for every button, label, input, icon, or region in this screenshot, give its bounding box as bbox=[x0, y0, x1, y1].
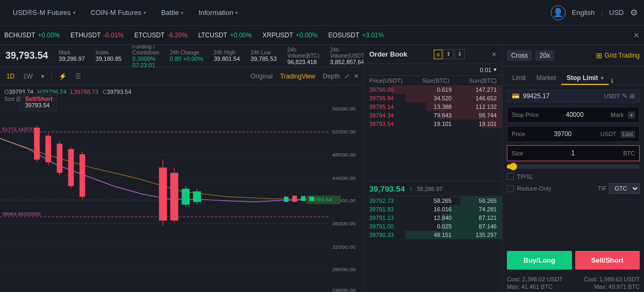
svg-rect-44 bbox=[292, 195, 297, 202]
close-chart-icon[interactable]: ✕ bbox=[354, 73, 359, 80]
ob-close-button[interactable]: ✕ bbox=[491, 51, 497, 58]
orderbook-panel: Order Book ≡ ⬆ ⬇ ✕ 0.01 ▾ Price(USDT) Si… bbox=[364, 45, 503, 292]
cross-button[interactable]: Cross bbox=[507, 50, 532, 61]
mark-dropdown[interactable]: ▾ bbox=[628, 112, 635, 119]
wallet-calc-icon[interactable]: ⊞ bbox=[630, 92, 635, 100]
timeframe-1w[interactable]: 1W bbox=[21, 72, 35, 81]
ob-ask-row[interactable]: 39795.94 34.520 146.652 bbox=[364, 94, 502, 102]
currency-selector[interactable]: USD bbox=[609, 9, 624, 17]
ticker-ltcusdt[interactable]: LTCUSDT +0.00% bbox=[198, 31, 252, 39]
high-stat: 24h High 39,801.54 bbox=[214, 50, 240, 62]
size-input[interactable]: Size 1 BTC bbox=[507, 145, 640, 161]
stop-price-input[interactable]: Stop Price 40000 Mark ▾ bbox=[507, 107, 640, 123]
ob-ask-row[interactable]: 39796.00 0.619 147.271 bbox=[364, 85, 502, 94]
tab-limit[interactable]: Limit bbox=[507, 71, 531, 85]
reduce-only-row: Reduce-Only TIF GTC IOC FOK bbox=[507, 183, 640, 194]
funding-stat: Funding / Countdown 0.3000% 07:23:01 bbox=[132, 45, 160, 68]
tab-original[interactable]: Original bbox=[251, 73, 273, 80]
tab-depth[interactable]: Depth bbox=[323, 73, 340, 80]
ob-mid-price: 39,793.54 ↑ 39,286.97 bbox=[364, 181, 502, 196]
ticker-close-button[interactable]: ✕ bbox=[633, 31, 640, 40]
sell-short-button[interactable]: Sell/Short bbox=[575, 251, 640, 270]
ob-ask-row[interactable]: 39795.14 13.388 112.132 bbox=[364, 102, 502, 111]
tool-separator: | bbox=[51, 73, 52, 80]
ob-column-headers: Price(USDT) Size(BTC) Sum(BTC) bbox=[364, 76, 502, 85]
nav-battle-arrow: ▾ bbox=[181, 10, 184, 15]
ob-size-value[interactable]: 0.01 ▾ bbox=[480, 66, 497, 73]
svg-text:48000.00: 48000.00 bbox=[332, 152, 356, 157]
leverage-button[interactable]: 20x bbox=[535, 50, 554, 61]
ticker-bchusdt[interactable]: BCHUSDT +0.00% bbox=[4, 31, 60, 39]
nav-information[interactable]: Information ▾ bbox=[192, 5, 244, 20]
nav-battle[interactable]: Battle ▾ bbox=[155, 5, 190, 20]
tab-tradingview[interactable]: TradingView bbox=[280, 73, 315, 80]
tif-select[interactable]: GTC IOC FOK bbox=[609, 183, 640, 194]
tab-market[interactable]: Market bbox=[531, 71, 561, 85]
mid-price-index: 39,286.97 bbox=[417, 186, 443, 192]
ticker-change: -0.01% bbox=[104, 31, 124, 39]
settings-icon[interactable]: ⚙ bbox=[630, 7, 638, 18]
nav-futures-usd[interactable]: USD®S-M Futures ▾ bbox=[6, 5, 82, 20]
slider-thumb[interactable] bbox=[510, 163, 517, 170]
ob-bid-row[interactable]: 39791.13 12.840 87.121 bbox=[364, 214, 502, 222]
svg-text:56000.00: 56000.00 bbox=[332, 106, 356, 112]
size-slider[interactable] bbox=[507, 164, 640, 169]
grid-trading-button[interactable]: ⊞ Grid Trading bbox=[596, 51, 640, 60]
nav-futures-usd-arrow: ▾ bbox=[73, 10, 76, 15]
nav-information-arrow: ▾ bbox=[235, 10, 238, 15]
tpsl-checkbox[interactable] bbox=[507, 173, 514, 180]
reduce-only-checkbox[interactable] bbox=[507, 185, 514, 192]
price-chart-svg: 56000.00 52000.00 48000.00 44000.00 4000… bbox=[0, 85, 363, 292]
ticker-xrpusdt[interactable]: XRPUSDT +0.00% bbox=[263, 31, 317, 39]
chart-canvas[interactable]: O39793.74 H39796.74 L39788.73 C39793.54 … bbox=[0, 85, 363, 292]
nav-futures-coin-arrow: ▾ bbox=[144, 10, 146, 15]
ob-bid-row[interactable]: 39791.00 0.025 87.146 bbox=[364, 222, 502, 231]
ticker-etcusdt[interactable]: ETCUSDT -8.20% bbox=[134, 31, 188, 39]
ticker-symbol: BCHUSDT bbox=[4, 31, 35, 39]
ob-ask-row[interactable]: 39793.54 19.101 19.101 bbox=[364, 120, 502, 128]
ticker-change: +0.00% bbox=[38, 31, 60, 39]
nav-information-label: Information bbox=[198, 9, 233, 17]
chart-tool-settings[interactable]: ☰ bbox=[73, 72, 83, 81]
timeframe-1d[interactable]: 1D bbox=[4, 72, 17, 81]
tooltip-title: Sell/Short bbox=[25, 96, 52, 102]
ticker-symbol: EOSUSDT bbox=[328, 31, 359, 39]
chart-tool-indicator[interactable]: ⚡ bbox=[57, 72, 69, 81]
sell-cost-label: Cost: 1,989.63 USDT bbox=[584, 276, 640, 282]
ob-view-bids[interactable]: ⬇ bbox=[455, 49, 465, 59]
chart-tools: 1D 1W ▾ | ⚡ ☰ Original TradingView Depth… bbox=[0, 67, 363, 85]
ticker-symbol: ETCUSDT bbox=[134, 31, 165, 39]
ticker-ethusdt[interactable]: ETHUSDT -0.01% bbox=[70, 31, 124, 39]
ticker-eosusdt[interactable]: EOSUSDT +3.01% bbox=[328, 31, 384, 39]
ob-bid-row[interactable]: 39792.73 58.265 58.265 bbox=[364, 196, 502, 205]
price-input[interactable]: Price 39700 USDT Last bbox=[507, 126, 640, 142]
ob-bid-row[interactable]: 39791.93 16.016 74.281 bbox=[364, 205, 502, 214]
svg-text:52000.00: 52000.00 bbox=[332, 129, 356, 135]
ask-size: 19.101 bbox=[420, 121, 452, 127]
svg-text:24000.00: 24000.00 bbox=[332, 287, 356, 292]
vol-usdt-stat: 24h Volume(USDT) 3,852,857,641.33 bbox=[330, 47, 364, 65]
user-avatar[interactable]: 👤 bbox=[551, 5, 566, 20]
language-selector[interactable]: English bbox=[572, 9, 595, 17]
ob-bid-row[interactable]: 39790.33 48.151 135.297 bbox=[364, 231, 502, 239]
vol-btc-value: 96,823.418 bbox=[288, 59, 320, 65]
svg-text:44000.00: 44000.00 bbox=[332, 175, 356, 181]
expand-chart-icon[interactable]: ⤢ bbox=[344, 73, 349, 80]
ob-ask-row[interactable]: 39794.34 79.643 98.744 bbox=[364, 111, 502, 120]
funding-value: 0.3000% 07:23:01 bbox=[132, 56, 160, 68]
index-label: Index bbox=[96, 50, 122, 56]
ob-header: Order Book ≡ ⬆ ⬇ ✕ bbox=[364, 45, 502, 64]
ob-view-asks[interactable]: ⬆ bbox=[443, 49, 454, 59]
wallet-edit-icon[interactable]: ✎ bbox=[622, 92, 627, 100]
nav-futures-coin[interactable]: COIN-M Futures ▾ bbox=[84, 5, 153, 20]
order-type-tabs: Limit Market Stop Limit ▾ ℹ bbox=[503, 66, 644, 85]
last-button[interactable]: Last bbox=[621, 131, 635, 138]
timeframe-dropdown-icon[interactable]: ▾ bbox=[39, 72, 46, 81]
ob-view-both[interactable]: ≡ bbox=[434, 50, 442, 59]
ask-price: 39795.14 bbox=[369, 104, 407, 110]
mark-stat: Mark 39,286.97 bbox=[59, 50, 85, 62]
tab-stop-limit[interactable]: Stop Limit ▾ bbox=[561, 71, 609, 85]
buy-long-button[interactable]: Buy/Long bbox=[507, 251, 572, 270]
order-info-icon[interactable]: ℹ bbox=[611, 77, 614, 85]
ticker-change: +0.00% bbox=[230, 31, 252, 39]
